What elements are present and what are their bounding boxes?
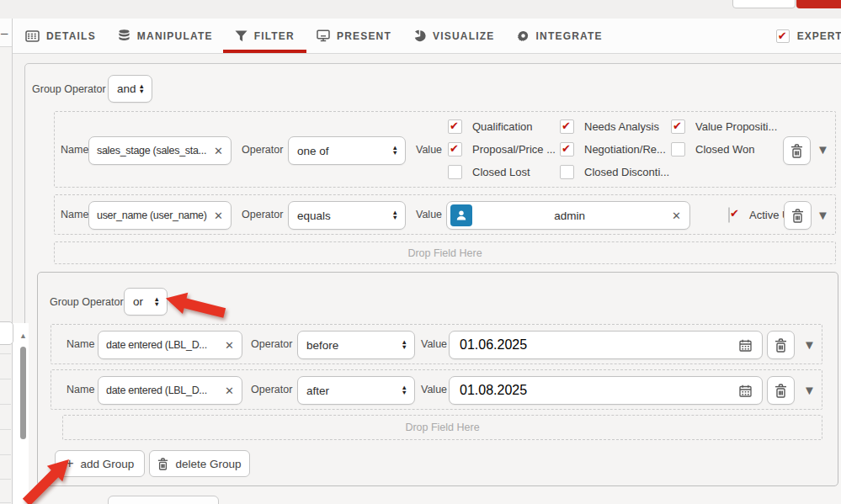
tab-filter[interactable]: FILTER: [235, 19, 295, 53]
add-group-button[interactable]: + add Group: [55, 450, 145, 477]
tab-present[interactable]: PRESENT: [317, 19, 391, 53]
expert-mode-checkbox[interactable]: ✔: [776, 29, 790, 43]
remove-field-icon[interactable]: ✕: [214, 210, 223, 222]
row-expand-caret[interactable]: ▼: [803, 370, 816, 409]
spinner-arrows-icon[interactable]: ▲▼: [154, 297, 160, 307]
field-chip-date-entered[interactable]: date entered (LBL_D... ✕: [98, 376, 242, 405]
operator-select-date-before[interactable]: before ▲▼: [297, 331, 415, 359]
collapse-handle-icon[interactable]: –: [1, 25, 8, 40]
gear-icon: [517, 29, 530, 42]
clear-value-icon[interactable]: ✕: [672, 210, 681, 222]
calendar-icon: [739, 339, 752, 352]
check-icon: ✔: [778, 29, 787, 42]
spinner-arrows-icon[interactable]: ▲▼: [402, 340, 407, 350]
toolbar-button-primary[interactable]: [796, 0, 841, 8]
filter-row-date-after: Name date entered (LBL_D... ✕ Operator a…: [51, 369, 822, 410]
sales-stage-options: ✔Qualification ✔Needs Analysis ✔Value Pr…: [448, 119, 785, 179]
active-tab-underline: [223, 50, 306, 53]
trash-icon: [790, 144, 803, 158]
option-label: Closed Won: [695, 143, 755, 156]
scrollbar-thumb[interactable]: [20, 347, 26, 439]
operator-select-sales-stage[interactable]: one of ▲▼: [288, 136, 406, 165]
nested-filter-group: Group Operator or ▲▼ Name date entered (…: [37, 272, 838, 486]
calendar-icon: [739, 385, 752, 397]
option-checkbox[interactable]: ✔: [448, 119, 462, 134]
add-group-button-cutoff[interactable]: [108, 496, 219, 504]
delete-row-button[interactable]: [767, 331, 795, 359]
trash-icon: [791, 209, 804, 223]
plus-icon: +: [66, 455, 74, 472]
check-icon: ✔: [730, 207, 739, 220]
nested-group-operator-value: or: [133, 295, 143, 308]
spinner-arrows-icon[interactable]: ▲▼: [392, 210, 398, 220]
option-label: Qualification: [472, 120, 533, 133]
drop-field-zone[interactable]: Drop Field Here: [54, 241, 836, 264]
remove-field-icon[interactable]: ✕: [225, 385, 234, 397]
option-label: Proposal/Price ...: [472, 143, 556, 156]
option-label: Negotiation/Re...: [584, 143, 666, 156]
operator-label: Operator: [242, 195, 283, 234]
row-expand-caret[interactable]: ▼: [803, 325, 816, 363]
field-chip-sales-stage[interactable]: sales_stage (sales_sta... ✕: [88, 136, 232, 165]
remove-field-icon[interactable]: ✕: [225, 339, 234, 352]
expert-mode-toggle: ✔ EXPERT MODE: [776, 29, 841, 43]
delete-row-button[interactable]: [783, 136, 811, 165]
option-checkbox[interactable]: ✔: [560, 142, 574, 157]
date-value-text: 01.08.2025: [460, 383, 527, 398]
date-value-input[interactable]: 01.06.2025: [449, 331, 763, 359]
operator-select-user-name[interactable]: equals ▲▼: [288, 201, 406, 230]
nested-group-operator-select[interactable]: or ▲▼: [124, 288, 168, 316]
tab-manipulate[interactable]: MANIPULATE: [118, 19, 213, 53]
divider: [0, 429, 11, 430]
pie-chart-icon: [413, 29, 426, 42]
row-expand-caret[interactable]: ▼: [817, 195, 829, 234]
remove-field-icon[interactable]: ✕: [214, 145, 223, 157]
user-value-input[interactable]: admin ✕: [446, 201, 690, 230]
name-label: Name: [67, 370, 94, 409]
name-label: Name: [61, 195, 88, 234]
date-value-input[interactable]: 01.08.2025: [449, 376, 763, 405]
scrollbar-up-arrow[interactable]: ▲: [18, 332, 29, 340]
screen-icon: [317, 29, 330, 42]
user-value-text: admin: [472, 210, 667, 222]
value-label: Value: [421, 370, 447, 409]
top-strip: [0, 0, 841, 19]
delete-row-button[interactable]: [784, 201, 812, 230]
tab-details[interactable]: DETAILS: [25, 19, 96, 53]
delete-row-button[interactable]: [767, 376, 795, 405]
option-checkbox[interactable]: ✔: [671, 142, 685, 157]
row-expand-caret[interactable]: ▼: [817, 112, 829, 187]
active-user-checkbox[interactable]: ✔: [728, 207, 730, 223]
tab-integrate[interactable]: INTEGRATE: [517, 19, 603, 53]
divider: [0, 404, 11, 405]
option-checkbox[interactable]: ✔: [671, 119, 685, 134]
option-checkbox[interactable]: ✔: [448, 165, 462, 179]
trash-icon: [157, 458, 168, 470]
expert-mode-label: EXPERT MODE: [797, 30, 841, 42]
spinner-arrows-icon[interactable]: ▲▼: [139, 84, 145, 94]
option-label: Value Propositi...: [695, 120, 777, 133]
field-chip-date-entered[interactable]: date entered (LBL_D... ✕: [98, 331, 242, 359]
spinner-arrows-icon[interactable]: ▲▼: [402, 385, 407, 395]
field-chip-user-name[interactable]: user_name (user_name) ✕: [88, 201, 232, 230]
drop-field-zone[interactable]: Drop Field Here: [62, 415, 822, 440]
check-icon: ✔: [450, 142, 459, 155]
tab-visualize[interactable]: VISUALIZE: [413, 19, 494, 53]
toolbar-button-secondary[interactable]: [732, 0, 796, 8]
database-icon: [118, 29, 130, 42]
delete-group-button[interactable]: delete Group: [149, 450, 250, 477]
divider: [0, 379, 11, 379]
trash-icon: [774, 384, 787, 398]
module-tab-bar: DETAILS MANIPULATE FILTER PRESENT VISUAL…: [13, 19, 841, 54]
operator-select-date-after[interactable]: after ▲▼: [297, 376, 415, 405]
group-operator-select[interactable]: and ▲▼: [108, 75, 152, 103]
option-checkbox[interactable]: ✔: [560, 119, 574, 134]
option-checkbox[interactable]: ✔: [448, 142, 462, 157]
group-operator-label: Group Operator: [50, 288, 124, 316]
check-icon: ✔: [562, 119, 571, 132]
value-label: Value: [416, 112, 442, 187]
check-icon: ✔: [562, 142, 571, 155]
option-checkbox[interactable]: ✔: [560, 165, 574, 179]
spinner-arrows-icon[interactable]: ▲▼: [392, 146, 398, 156]
option-label: Needs Analysis: [584, 120, 659, 133]
